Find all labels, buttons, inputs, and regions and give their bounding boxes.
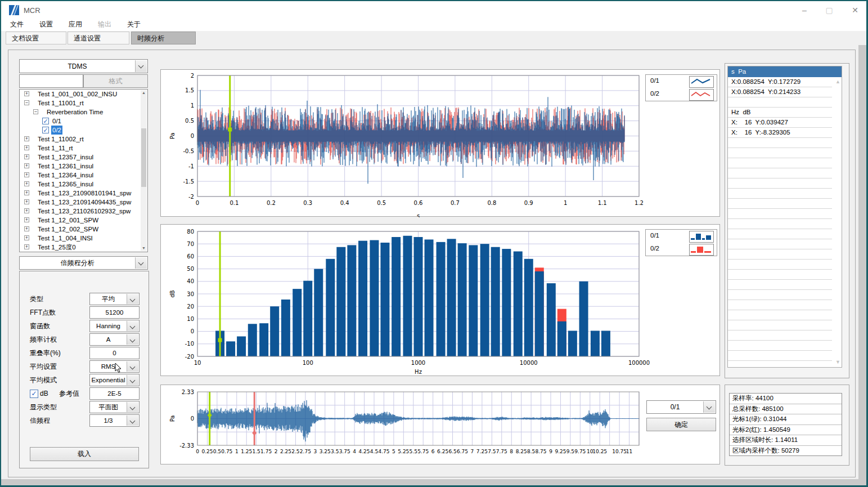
tree-row[interactable]: ✓0/2	[20, 126, 147, 135]
scroll-down-icon[interactable]: ▼	[835, 359, 840, 365]
readout-row[interactable]	[728, 310, 832, 320]
readout-row[interactable]	[728, 189, 832, 199]
tree-row[interactable]: +Test 1_12_001_SPW	[20, 216, 147, 225]
scroll-up-icon[interactable]: ▲	[141, 90, 146, 96]
form-input-5[interactable]: 0	[89, 347, 140, 359]
form-select-7[interactable]: Exponential	[89, 374, 140, 386]
close-button[interactable]: ✕	[844, 3, 866, 17]
readout-row[interactable]	[728, 178, 832, 189]
readout-row[interactable]: X:0.088254 Y:0.214233	[728, 87, 832, 97]
readout-row[interactable]	[728, 219, 832, 229]
expand-icon[interactable]: +	[24, 172, 29, 177]
expand-icon[interactable]: +	[24, 145, 29, 150]
menu-item-4[interactable]: 输出	[98, 20, 111, 29]
readout-row[interactable]	[728, 138, 832, 148]
readout-row[interactable]: X: 16 Y:0.039427	[728, 118, 832, 128]
readout-row[interactable]	[728, 260, 832, 270]
format-button[interactable]: 格式	[83, 74, 148, 88]
expand-icon[interactable]: +	[24, 154, 29, 159]
readout-row[interactable]	[728, 341, 832, 351]
octave-spectrum-chart[interactable]: 0/10/2 -20-10010203040506070801010010001…	[160, 224, 720, 376]
load-button[interactable]: 载入	[30, 447, 139, 461]
horizontal-scrollbar[interactable]	[1, 479, 866, 485]
readout-row[interactable]	[728, 249, 832, 260]
tree-item-label[interactable]: Test 1_12365_insul	[37, 180, 95, 189]
readout-row[interactable]: X: 16 Y:-8.329305	[728, 128, 832, 138]
readout-row[interactable]	[728, 168, 832, 178]
menu-item-1[interactable]: 文件	[10, 20, 24, 29]
tree-item-label[interactable]: Test 1_1_004_INSI	[37, 234, 94, 243]
tree-item-label[interactable]: Test 1_123_210914094435_spw	[37, 198, 132, 207]
tree-row[interactable]: +Test 1_1_004_INSI	[20, 234, 147, 243]
time-waveform-chart[interactable]: 0/10/2 -2-1.5-1-0.500.511.5200.10.20.30.…	[160, 69, 720, 217]
tree-item-label[interactable]: Test 1_12_001_SPW	[37, 216, 100, 225]
tree-row[interactable]: +Test 1_12364_insul	[20, 171, 147, 180]
expand-icon[interactable]: +	[24, 163, 29, 168]
form-input-2[interactable]: 51200	[89, 306, 140, 319]
readout-row[interactable]	[728, 239, 832, 249]
tab-3[interactable]: 时频分析	[131, 32, 196, 44]
scroll-down-icon[interactable]: ▼	[141, 245, 146, 251]
form-select-10[interactable]: 1/3	[89, 414, 140, 427]
expand-icon[interactable]: +	[24, 217, 29, 222]
collapse-icon[interactable]: −	[33, 109, 38, 114]
vertical-scrollbar[interactable]	[858, 45, 866, 480]
green-cursor-handle[interactable]	[228, 127, 232, 131]
tree-scrollbar[interactable]: ▲▼	[141, 90, 147, 251]
tree-item-label[interactable]: Test 1_11_rt	[37, 144, 74, 153]
file-format-dropdown[interactable]: TDMS	[19, 59, 148, 73]
collapse-icon[interactable]: −	[24, 100, 29, 105]
maximize-button[interactable]: ▢	[818, 3, 840, 17]
tree-row[interactable]: −Test 1_11001_rt	[20, 99, 147, 108]
tree-row[interactable]: −Reverberation Time	[20, 108, 147, 117]
filter-input[interactable]	[19, 74, 83, 88]
menu-item-3[interactable]: 应用	[69, 20, 82, 29]
analysis-type-dropdown[interactable]: 倍频程分析	[19, 256, 148, 270]
tree-row[interactable]: +Test 1_11002_rt	[20, 135, 147, 144]
tree-row[interactable]: ✓0/1	[20, 117, 147, 126]
full-record-chart[interactable]: 0/1 确定 00.250.50.7511.251.51.7522.252.52…	[160, 385, 720, 464]
expand-icon[interactable]: +	[24, 226, 29, 231]
form-select-9[interactable]: 平面图	[89, 401, 140, 413]
readout-row[interactable]	[728, 158, 832, 168]
cursor-readout-list[interactable]: s Pa X:0.088254 Y:0.172729X:0.088254 Y:0…	[727, 66, 842, 368]
tree-item-label[interactable]: Test 1_123_210908101941_spw	[37, 189, 132, 198]
tree-checkbox[interactable]: ✓	[42, 118, 49, 124]
tree-item-label[interactable]: Reverberation Time	[46, 108, 104, 117]
expand-icon[interactable]: +	[24, 235, 29, 240]
readout-row[interactable]	[728, 300, 832, 310]
tree-row[interactable]: +Test 1_25度0	[20, 243, 147, 252]
readout-row[interactable]	[728, 320, 832, 330]
tree-item-label[interactable]: Test 1_001_001_002_INSU	[37, 90, 118, 99]
tree-row[interactable]: +Test 1_12361_insul	[20, 162, 147, 171]
readout-row[interactable]	[728, 199, 832, 209]
readout-row[interactable]	[728, 280, 832, 290]
expand-icon[interactable]: +	[24, 208, 29, 213]
readout-row[interactable]	[728, 351, 832, 361]
db-checkbox[interactable]: ✓	[30, 390, 38, 398]
readout-row[interactable]	[728, 209, 832, 219]
readout-row[interactable]	[728, 290, 832, 300]
tree-item-label[interactable]: Test 1_12361_insul	[37, 162, 95, 171]
tree-row[interactable]: +Test 1_11_rt	[20, 144, 147, 153]
tree-item-label[interactable]: Test 1_12357_insul	[37, 153, 95, 162]
tree-item-label[interactable]: Test 1_11002_rt	[37, 135, 85, 144]
tree-item-label[interactable]: 0/1	[51, 117, 62, 126]
green-cursor-handle[interactable]	[218, 338, 222, 342]
tree-item-label[interactable]: Test 1_123_211026102932_spw	[37, 207, 132, 216]
expand-icon[interactable]: +	[24, 244, 29, 249]
menu-item-2[interactable]: 设置	[39, 20, 53, 29]
file-tree[interactable]: +Test 1_001_001_002_INSU−Test 1_11001_rt…	[19, 89, 148, 252]
readout-row[interactable]	[728, 229, 832, 239]
tab-2[interactable]: 通道设置	[68, 32, 129, 44]
expand-icon[interactable]: +	[24, 199, 29, 204]
expand-icon[interactable]: +	[24, 190, 29, 195]
tree-row[interactable]: +Test 1_12365_insul	[20, 180, 147, 189]
tree-row[interactable]: +Test 1_12357_insul	[20, 153, 147, 162]
readout-row[interactable]	[728, 330, 832, 341]
scrollbar-thumb[interactable]	[141, 128, 146, 187]
minimize-button[interactable]: –	[793, 3, 816, 17]
readout-row[interactable]	[728, 361, 832, 368]
readout-row[interactable]: X:0.088254 Y:0.172729	[728, 77, 832, 87]
tree-row[interactable]: +Test 1_123_210914094435_spw	[20, 198, 147, 207]
